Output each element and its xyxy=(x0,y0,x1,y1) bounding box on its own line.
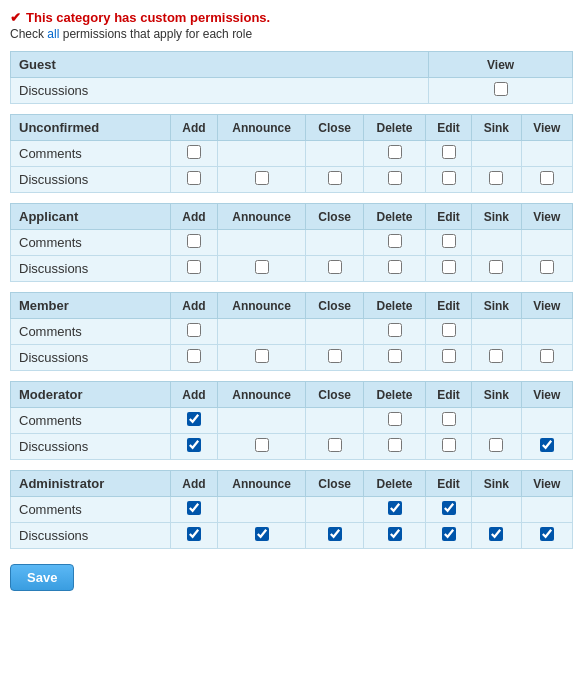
checkbox-cell[interactable] xyxy=(425,497,471,523)
checkbox-cell[interactable] xyxy=(425,523,471,549)
checkbox-unconfirmed-discussions-view[interactable] xyxy=(540,171,554,185)
checkbox-cell[interactable] xyxy=(171,319,218,345)
checkbox-cell[interactable] xyxy=(429,78,573,104)
checkbox-administrator-comments-edit[interactable] xyxy=(442,501,456,515)
checkbox-applicant-discussions-view[interactable] xyxy=(540,260,554,274)
checkbox-cell[interactable] xyxy=(364,345,426,371)
checkbox-administrator-discussions-edit[interactable] xyxy=(442,527,456,541)
checkbox-cell[interactable] xyxy=(425,434,471,460)
checkbox-administrator-discussions-view[interactable] xyxy=(540,527,554,541)
checkbox-moderator-comments-add[interactable] xyxy=(187,412,201,426)
checkbox-cell[interactable] xyxy=(425,230,471,256)
checkbox-unconfirmed-discussions-sink[interactable] xyxy=(489,171,503,185)
checkbox-administrator-discussions-delete[interactable] xyxy=(388,527,402,541)
checkbox-cell[interactable] xyxy=(218,523,306,549)
checkbox-cell[interactable] xyxy=(364,408,426,434)
checkbox-cell[interactable] xyxy=(425,141,471,167)
checkbox-moderator-discussions-announce[interactable] xyxy=(255,438,269,452)
checkbox-cell[interactable] xyxy=(364,497,426,523)
checkbox-administrator-comments-add[interactable] xyxy=(187,501,201,515)
checkbox-moderator-comments-edit[interactable] xyxy=(442,412,456,426)
checkbox-cell[interactable] xyxy=(425,167,471,193)
checkbox-cell[interactable] xyxy=(171,230,218,256)
checkbox-member-discussions-announce[interactable] xyxy=(255,349,269,363)
checkbox-moderator-discussions-add[interactable] xyxy=(187,438,201,452)
checkbox-cell[interactable] xyxy=(472,256,521,282)
checkbox-cell[interactable] xyxy=(171,256,218,282)
checkbox-cell[interactable] xyxy=(364,230,426,256)
checkbox-cell[interactable] xyxy=(364,319,426,345)
checkbox-member-comments-edit[interactable] xyxy=(442,323,456,337)
checkbox-unconfirmed-discussions-announce[interactable] xyxy=(255,171,269,185)
checkbox-member-discussions-sink[interactable] xyxy=(489,349,503,363)
checkbox-cell[interactable] xyxy=(218,167,306,193)
checkbox-cell[interactable] xyxy=(521,345,573,371)
checkbox-administrator-discussions-add[interactable] xyxy=(187,527,201,541)
checkbox-applicant-discussions-edit[interactable] xyxy=(442,260,456,274)
checkbox-unconfirmed-comments-add[interactable] xyxy=(187,145,201,159)
checkbox-cell[interactable] xyxy=(171,523,218,549)
checkbox-moderator-comments-delete[interactable] xyxy=(388,412,402,426)
checkbox-member-discussions-edit[interactable] xyxy=(442,349,456,363)
checkbox-cell[interactable] xyxy=(521,167,573,193)
checkbox-cell[interactable] xyxy=(521,523,573,549)
checkbox-applicant-discussions-announce[interactable] xyxy=(255,260,269,274)
checkbox-guest-discussions-view[interactable] xyxy=(494,82,508,96)
checkbox-cell[interactable] xyxy=(306,523,364,549)
checkbox-applicant-comments-add[interactable] xyxy=(187,234,201,248)
checkbox-moderator-discussions-view[interactable] xyxy=(540,438,554,452)
checkbox-cell[interactable] xyxy=(364,167,426,193)
checkbox-member-discussions-delete[interactable] xyxy=(388,349,402,363)
checkbox-cell[interactable] xyxy=(521,256,573,282)
checkbox-unconfirmed-discussions-delete[interactable] xyxy=(388,171,402,185)
checkbox-unconfirmed-discussions-edit[interactable] xyxy=(442,171,456,185)
checkbox-unconfirmed-discussions-add[interactable] xyxy=(187,171,201,185)
checkbox-cell[interactable] xyxy=(472,167,521,193)
checkbox-unconfirmed-discussions-close[interactable] xyxy=(328,171,342,185)
checkbox-member-comments-add[interactable] xyxy=(187,323,201,337)
checkbox-cell[interactable] xyxy=(171,408,218,434)
checkbox-cell[interactable] xyxy=(472,523,521,549)
checkbox-unconfirmed-comments-edit[interactable] xyxy=(442,145,456,159)
checkbox-cell[interactable] xyxy=(171,434,218,460)
checkbox-cell[interactable] xyxy=(306,256,364,282)
checkbox-cell[interactable] xyxy=(171,167,218,193)
checkbox-unconfirmed-comments-delete[interactable] xyxy=(388,145,402,159)
checkbox-cell[interactable] xyxy=(521,434,573,460)
checkbox-moderator-discussions-delete[interactable] xyxy=(388,438,402,452)
checkbox-cell[interactable] xyxy=(218,256,306,282)
checkbox-applicant-discussions-add[interactable] xyxy=(187,260,201,274)
checkbox-applicant-discussions-close[interactable] xyxy=(328,260,342,274)
checkbox-cell[interactable] xyxy=(306,345,364,371)
checkbox-administrator-discussions-close[interactable] xyxy=(328,527,342,541)
checkbox-applicant-discussions-sink[interactable] xyxy=(489,260,503,274)
checkbox-administrator-discussions-sink[interactable] xyxy=(489,527,503,541)
checkbox-cell[interactable] xyxy=(364,256,426,282)
checkbox-cell[interactable] xyxy=(425,345,471,371)
checkbox-administrator-comments-delete[interactable] xyxy=(388,501,402,515)
checkbox-cell[interactable] xyxy=(364,141,426,167)
checkbox-member-comments-delete[interactable] xyxy=(388,323,402,337)
checkbox-member-discussions-close[interactable] xyxy=(328,349,342,363)
checkbox-cell[interactable] xyxy=(218,345,306,371)
checkbox-cell[interactable] xyxy=(218,434,306,460)
checkbox-cell[interactable] xyxy=(364,523,426,549)
checkbox-administrator-discussions-announce[interactable] xyxy=(255,527,269,541)
checkbox-cell[interactable] xyxy=(171,497,218,523)
checkbox-moderator-discussions-sink[interactable] xyxy=(489,438,503,452)
all-link[interactable]: all xyxy=(47,27,59,41)
checkbox-cell[interactable] xyxy=(425,256,471,282)
checkbox-applicant-comments-edit[interactable] xyxy=(442,234,456,248)
checkbox-moderator-discussions-close[interactable] xyxy=(328,438,342,452)
checkbox-cell[interactable] xyxy=(425,408,471,434)
checkbox-cell[interactable] xyxy=(425,319,471,345)
checkbox-cell[interactable] xyxy=(171,345,218,371)
checkbox-member-discussions-view[interactable] xyxy=(540,349,554,363)
save-button[interactable]: Save xyxy=(10,564,74,591)
checkbox-moderator-discussions-edit[interactable] xyxy=(442,438,456,452)
checkbox-applicant-discussions-delete[interactable] xyxy=(388,260,402,274)
checkbox-cell[interactable] xyxy=(364,434,426,460)
checkbox-applicant-comments-delete[interactable] xyxy=(388,234,402,248)
checkbox-cell[interactable] xyxy=(306,167,364,193)
checkbox-cell[interactable] xyxy=(171,141,218,167)
